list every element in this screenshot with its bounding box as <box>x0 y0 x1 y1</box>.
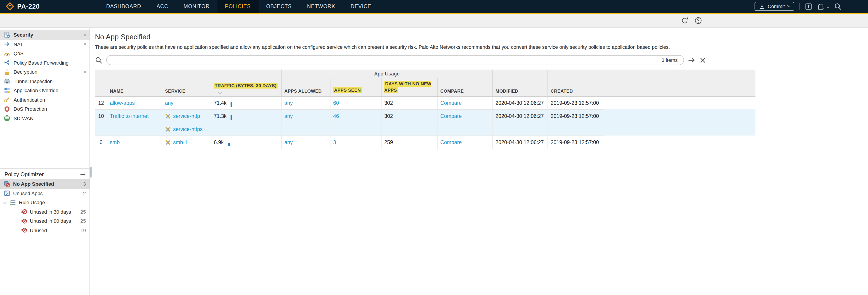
collapse-panel-icon[interactable] <box>81 174 85 174</box>
sidebar-item-policy-based-forwarding[interactable]: Policy Based Forwarding <box>0 58 90 67</box>
optimizer-item-unused-in-30-days[interactable]: Unused in 30 days25 <box>0 207 90 217</box>
top-navigation: PA-220 DASHBOARDACCMONITORPOLICIESOBJECT… <box>0 0 868 13</box>
application-override-icon <box>4 87 10 94</box>
sidebar-item-nat[interactable]: NAT <box>0 39 90 49</box>
days-no-new-apps: 302 <box>381 109 437 135</box>
apps-seen-link[interactable]: 60 <box>333 100 339 105</box>
rule-usage-icon <box>9 199 16 206</box>
optimizer-item-unused-apps[interactable]: Unused Apps2 <box>0 189 90 198</box>
sidebar-item-decryption[interactable]: Decryption <box>0 67 90 76</box>
table-row[interactable]: 12allow-appsany71.4kany60302Compare2020-… <box>95 96 755 109</box>
column-header-modified[interactable]: MODIFIED <box>495 88 518 93</box>
sidebar-item-security[interactable]: Security <box>0 30 90 39</box>
refresh-icon[interactable] <box>681 17 688 24</box>
divider <box>799 3 800 10</box>
days-no-new-apps: 302 <box>381 96 437 109</box>
tab-monitor[interactable]: MONITOR <box>176 0 217 13</box>
apps-seen-link[interactable]: 3 <box>333 139 336 145</box>
column-header-apps-seen[interactable]: APPS SEEN <box>333 87 362 93</box>
column-header-traffic[interactable]: TRAFFIC (BYTES, 30 DAYS) <box>214 83 277 88</box>
nat-icon <box>4 41 10 48</box>
optimizer-item-no-app-specified[interactable]: No App Specified3 <box>0 179 90 189</box>
policy-type-list: SecurityNATQoSPolicy Based ForwardingDec… <box>0 28 90 168</box>
sidebar-item-qos[interactable]: QoS <box>0 49 90 58</box>
column-header-name[interactable]: NAME <box>110 88 124 93</box>
sidebar-item-label: Authentication <box>13 97 45 103</box>
config-windows-icon[interactable] <box>817 2 825 10</box>
chevron-down-icon[interactable] <box>827 5 830 8</box>
days-no-new-apps: 259 <box>381 135 437 149</box>
status-dot <box>84 43 86 45</box>
optimizer-item-rule-usage[interactable]: Rule Usage <box>0 198 90 207</box>
apps-allowed-link[interactable]: any <box>284 113 293 119</box>
apps-allowed-link[interactable]: any <box>284 100 293 105</box>
clear-filter-icon[interactable] <box>699 56 707 64</box>
compare-link[interactable]: Compare <box>440 139 462 145</box>
compare-link[interactable]: Compare <box>440 113 462 119</box>
service-link[interactable]: smb-1 <box>173 139 188 146</box>
tab-dashboard[interactable]: DASHBOARD <box>98 0 149 13</box>
sidebar-item-authentication[interactable]: Authentication <box>0 95 90 104</box>
search-icon[interactable] <box>834 2 842 10</box>
tab-device[interactable]: DEVICE <box>343 0 379 13</box>
filter-input[interactable]: 3 items <box>106 55 684 65</box>
apply-filter-arrow-icon[interactable] <box>688 56 695 64</box>
apps-seen-link[interactable]: 46 <box>333 113 339 119</box>
rule-name-link[interactable]: Traffic to internet <box>110 113 149 119</box>
service-entry: service-http <box>165 113 208 120</box>
brand: PA-220 <box>0 0 45 13</box>
pbf-icon <box>4 59 10 66</box>
modified-date: 2020-04-30 12:06:27 <box>493 96 548 109</box>
table-row[interactable]: 6smbsmb-16.9kany3259Compare2020-04-30 12… <box>95 135 755 149</box>
column-header-service[interactable]: SERVICE <box>165 88 185 93</box>
page-description: These are security policies that have no… <box>95 44 861 50</box>
table-row[interactable]: 10Traffic to internetservice-httpservice… <box>95 109 755 135</box>
header-filler <box>603 70 755 96</box>
sidebar-item-tunnel-inspection[interactable]: Tunnel Inspection <box>0 76 90 86</box>
expand-chevron-icon[interactable] <box>3 200 7 204</box>
tasks-icon[interactable] <box>805 2 812 10</box>
column-header-compare[interactable]: COMPARE <box>440 88 464 93</box>
column-header-created[interactable]: CREATED <box>551 88 573 93</box>
commit-button[interactable]: Commit <box>754 2 794 11</box>
column-header-days-no-new[interactable]: DAYS WITH NO NEW APPS <box>384 80 432 93</box>
service-link[interactable]: any <box>165 100 174 106</box>
tab-policies[interactable]: POLICIES <box>217 0 258 13</box>
pane-splitter-handle[interactable] <box>90 167 92 177</box>
status-dot <box>84 34 86 36</box>
search-icon[interactable] <box>95 56 103 64</box>
tab-network[interactable]: NETWORK <box>299 0 343 13</box>
filter-bar: 3 items <box>95 55 861 65</box>
no-app-specified-icon <box>4 181 10 188</box>
tab-objects[interactable]: OBJECTS <box>258 0 299 13</box>
compare-link[interactable]: Compare <box>440 100 462 105</box>
tab-acc[interactable]: ACC <box>149 0 176 13</box>
service-link[interactable]: service-http <box>173 113 200 120</box>
help-icon[interactable] <box>694 17 702 24</box>
traffic-value: 6.9k <box>214 139 224 146</box>
policy-optimizer-panel: Policy Optimizer No App Specified3Unused… <box>0 168 90 235</box>
apps-allowed-link[interactable]: any <box>284 139 293 145</box>
optimizer-item-label: Rule Usage <box>19 200 45 205</box>
sidebar: SecurityNATQoSPolicy Based ForwardingDec… <box>0 28 90 295</box>
page-title: No App Specified <box>95 33 861 41</box>
qos-icon <box>4 50 10 57</box>
traffic-bar-icon <box>230 100 232 106</box>
column-header-apps-allowed[interactable]: APPS ALLOWED <box>284 88 322 93</box>
sidebar-item-sd-wan[interactable]: SD-WAN <box>0 113 90 123</box>
optimizer-item-unused-in-90-days[interactable]: Unused in 90 days25 <box>0 217 90 226</box>
rule-name-link[interactable]: smb <box>110 139 120 145</box>
row-filler <box>603 135 755 149</box>
rule-number: 10 <box>95 109 107 135</box>
unused-rule-icon <box>20 218 27 225</box>
optimizer-item-label: Unused <box>30 228 47 233</box>
service-link[interactable]: service-https <box>173 126 203 133</box>
traffic-value: 71.4k <box>214 100 226 106</box>
modified-date: 2020-04-30 12:06:27 <box>493 135 548 149</box>
sidebar-item-dos-protection[interactable]: DoS Protection <box>0 104 90 113</box>
rule-name-link[interactable]: allow-apps <box>110 100 135 105</box>
sort-indicator-icon[interactable] <box>218 90 222 94</box>
rules-table: NAMESERVICETRAFFIC (BYTES, 30 DAYS)App U… <box>95 70 755 149</box>
sidebar-item-application-override[interactable]: Application Override <box>0 86 90 95</box>
optimizer-item-unused[interactable]: Unused19 <box>0 226 90 235</box>
